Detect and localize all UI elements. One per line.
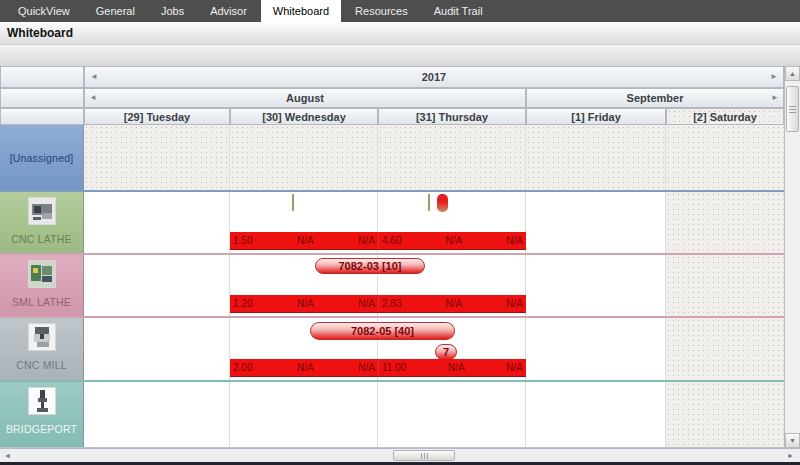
day-header-tuesday: [29] Tuesday: [84, 108, 230, 125]
schedule-cell[interactable]: [666, 192, 784, 253]
grip: [789, 106, 796, 107]
schedule-cell[interactable]: [526, 318, 666, 380]
schedule-cell[interactable]: [84, 192, 230, 253]
load-value: 11.00: [382, 362, 406, 373]
month-next-icon[interactable]: ►: [771, 94, 779, 102]
tab-general[interactable]: General: [84, 0, 147, 22]
month-label: August: [286, 92, 324, 104]
scroll-left-button[interactable]: ◄: [0, 449, 15, 462]
grip: [424, 453, 425, 459]
month-corner-cell: [0, 88, 84, 108]
schedule-cell[interactable]: [378, 125, 526, 190]
schedule-cell[interactable]: [84, 382, 230, 447]
up-arrow-icon: ▲: [789, 70, 796, 77]
row-cnc-mill: 7082-05 [40] 7 2.00 N/A N/A 11.00 N/A N/…: [0, 318, 784, 382]
schedule-cell[interactable]: [230, 125, 378, 190]
resource-name: [Unassigned]: [10, 152, 74, 164]
right-arrow-icon: ►: [787, 452, 794, 459]
schedule-cell[interactable]: [526, 255, 666, 316]
job-marker-tick[interactable]: [292, 194, 294, 211]
month-august: ◄ August: [84, 88, 526, 108]
load-value: N/A: [446, 298, 463, 309]
title-band: Whiteboard: [0, 22, 800, 45]
load-segment: 11.00 N/A N/A: [378, 359, 526, 376]
job-pill-7082-05[interactable]: 7082-05 [40]: [310, 322, 455, 340]
load-value: N/A: [297, 235, 314, 246]
tab-whiteboard[interactable]: Whiteboard: [261, 0, 341, 22]
scroll-right-button[interactable]: ►: [783, 449, 798, 462]
load-segment: 1.50 N/A N/A: [230, 232, 378, 249]
schedule-cell[interactable]: [666, 125, 784, 190]
tab-advisor[interactable]: Advisor: [198, 0, 259, 22]
vertical-scroll-thumb[interactable]: [786, 86, 799, 132]
load-value: N/A: [358, 362, 375, 373]
schedule-cell[interactable]: [666, 255, 784, 316]
resource-label-sml-lathe: SML LATHE: [0, 255, 84, 316]
year-prev-icon[interactable]: ◄: [90, 73, 98, 81]
tab-resources[interactable]: Resources: [343, 0, 420, 22]
load-value: N/A: [358, 298, 375, 309]
load-value: N/A: [297, 298, 314, 309]
schedule-cell[interactable]: [666, 318, 784, 380]
load-value: 2.83: [382, 298, 401, 309]
schedule-cell[interactable]: [230, 382, 378, 447]
row-bridgeport: BRIDGEPORT: [0, 382, 784, 448]
load-bar-cnc-lathe: 1.50 N/A N/A 4.60 N/A N/A: [230, 232, 526, 250]
grip: [427, 453, 428, 459]
load-segment: 4.60 N/A N/A: [378, 232, 526, 249]
resource-name: CNC LATHE: [11, 233, 72, 245]
machine-photo-icon: [29, 388, 55, 414]
vertical-scrollbar[interactable]: ▲ ▼: [784, 66, 800, 448]
tab-audit-trail[interactable]: Audit Trail: [422, 0, 495, 22]
schedule-cell[interactable]: [84, 255, 230, 316]
tab-quickview[interactable]: QuickView: [6, 0, 82, 22]
schedule-cell[interactable]: [526, 382, 666, 447]
machine-photo-icon: [29, 324, 55, 350]
scheduler-grid: ◄ 2017 ► ◄ August September ► [29] Tuesd…: [0, 66, 800, 462]
horizontal-scroll-thumb[interactable]: [393, 450, 455, 461]
left-arrow-icon: ◄: [4, 452, 11, 459]
resource-name: BRIDGEPORT: [6, 423, 77, 435]
schedule-cell[interactable]: [666, 382, 784, 447]
load-segment: 2.00 N/A N/A: [230, 359, 378, 376]
job-marker-tick[interactable]: [428, 194, 430, 211]
load-value: N/A: [297, 362, 314, 373]
load-segment: 2.83 N/A N/A: [378, 295, 526, 312]
job-badge-7[interactable]: 7: [435, 344, 457, 360]
machine-photo-icon: [29, 261, 55, 287]
toolbar-strip: [0, 45, 800, 66]
job-marker-blob[interactable]: [437, 194, 448, 212]
resource-name: SML LATHE: [12, 296, 71, 308]
load-value: 1.50: [233, 235, 252, 246]
scroll-down-button[interactable]: ▼: [785, 433, 800, 448]
grip: [789, 109, 796, 110]
resource-label-cnc-lathe: CNC LATHE: [0, 192, 84, 253]
row-unassigned: [Unassigned]: [0, 125, 784, 192]
whiteboard-window: QuickView General Jobs Advisor Whiteboar…: [0, 0, 800, 465]
year-header: ◄ 2017 ►: [84, 66, 784, 88]
resource-label-bridgeport: BRIDGEPORT: [0, 382, 84, 447]
grip: [421, 453, 422, 459]
schedule-cell[interactable]: [378, 382, 526, 447]
day-header-thursday: [31] Thursday: [378, 108, 526, 125]
schedule-cell[interactable]: [84, 125, 230, 190]
resource-name: CNC MILL: [16, 359, 67, 371]
tab-jobs[interactable]: Jobs: [149, 0, 196, 22]
resource-label-unassigned: [Unassigned]: [0, 125, 84, 190]
day-header-friday: [1] Friday: [526, 108, 666, 125]
load-segment: 1.20 N/A N/A: [230, 295, 378, 312]
schedule-cell[interactable]: [526, 125, 666, 190]
year-next-icon[interactable]: ►: [770, 73, 778, 81]
grip: [789, 112, 796, 113]
machine-photo-icon: [29, 198, 55, 224]
scroll-up-button[interactable]: ▲: [785, 66, 800, 81]
schedule-cell[interactable]: [526, 192, 666, 253]
job-pill-7082-03[interactable]: 7082-03 [10]: [315, 258, 425, 274]
horizontal-scrollbar[interactable]: ◄ ►: [0, 448, 800, 462]
load-value: 2.00: [233, 362, 252, 373]
load-value: N/A: [506, 298, 523, 309]
month-prev-icon[interactable]: ◄: [89, 94, 97, 102]
schedule-cell[interactable]: [84, 318, 230, 380]
down-arrow-icon: ▼: [789, 437, 796, 444]
load-bar-cnc-mill: 2.00 N/A N/A 11.00 N/A N/A: [230, 359, 526, 377]
